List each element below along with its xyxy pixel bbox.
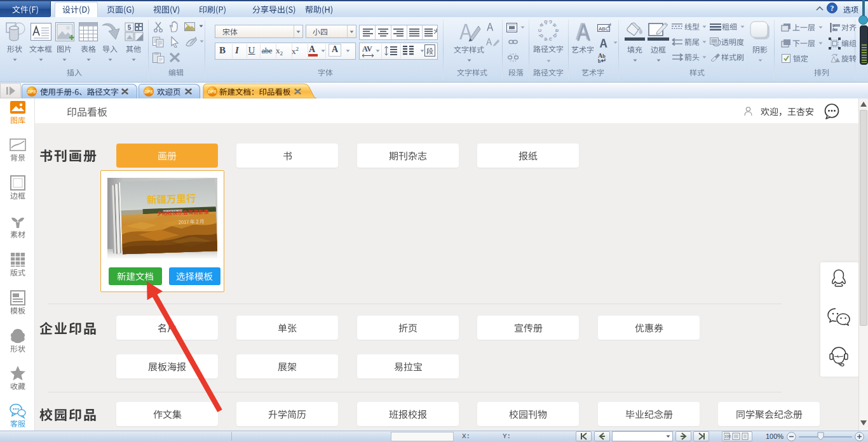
svg-text:DPS: DPS [144,90,153,94]
svg-text:?: ? [831,4,834,13]
svg-text:100: 100 [724,434,731,438]
svg-text:DPS: DPS [208,90,217,94]
svg-text:5: 5 [128,24,132,31]
svg-text:DPS: DPS [27,90,36,94]
